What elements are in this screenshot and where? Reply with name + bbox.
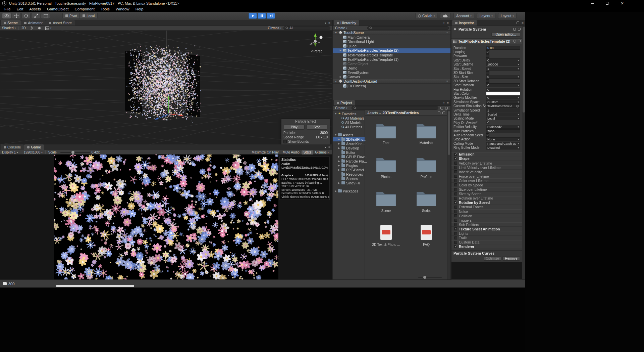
foldout-icon[interactable]: ▼ bbox=[334, 80, 337, 83]
gear-icon[interactable] bbox=[518, 28, 521, 31]
property-field[interactable]: 1▾ bbox=[486, 108, 520, 112]
module-checkbox[interactable] bbox=[454, 188, 457, 191]
checkbox[interactable] bbox=[486, 50, 489, 54]
create-dropdown[interactable]: Create▾ bbox=[333, 106, 350, 110]
module-checkbox[interactable] bbox=[454, 179, 457, 182]
project-tree-item[interactable]: ▶ ★ PPT-Particl... bbox=[333, 168, 365, 172]
property-field[interactable]: Disabled▾ bbox=[486, 146, 520, 149]
property-field[interactable]: Local▾ bbox=[486, 117, 520, 120]
view-tab[interactable]: Asset Store bbox=[46, 20, 75, 26]
hierarchy-item[interactable]: Directional Light ≡ bbox=[333, 39, 450, 44]
game-toolbar-button[interactable]: Mute Audio▾ bbox=[281, 150, 302, 155]
play-button[interactable] bbox=[249, 13, 257, 19]
module-checkbox[interactable] bbox=[454, 175, 457, 178]
game-toolbar-button[interactable]: Stats▾ bbox=[302, 150, 313, 155]
module-checkbox[interactable] bbox=[454, 214, 457, 217]
lock-icon[interactable] bbox=[517, 21, 519, 24]
hierarchy-item[interactable]: GameObject ≡ bbox=[333, 61, 450, 66]
module-row[interactable]: Size over Lifetime bbox=[451, 187, 522, 192]
module-row[interactable]: Sub Emitters bbox=[451, 222, 522, 227]
module-row[interactable]: Force over Lifetime bbox=[451, 174, 522, 178]
gear-icon[interactable] bbox=[445, 107, 448, 109]
property-field[interactable]: 0▾ bbox=[486, 96, 520, 99]
module-row[interactable]: External Forces bbox=[451, 205, 522, 209]
module-row[interactable]: Rotation over Lifetime bbox=[451, 196, 522, 201]
module-checkbox[interactable] bbox=[454, 236, 457, 239]
project-tree-item[interactable]: ▶ ★ Particle Pla... bbox=[333, 159, 365, 163]
hierarchy-search-input[interactable] bbox=[367, 26, 449, 30]
project-tree-item[interactable]: ▶ ★ Packages bbox=[333, 189, 365, 193]
property-field[interactable]: 0▾ bbox=[486, 88, 520, 91]
property-field[interactable]: Custom▾ bbox=[486, 100, 520, 104]
module-checkbox[interactable] bbox=[454, 210, 457, 213]
resolution-dropdown[interactable]: 1920x1080▾ bbox=[22, 150, 45, 155]
view-tab[interactable]: Animator bbox=[21, 20, 46, 26]
cloud-button[interactable] bbox=[440, 13, 451, 19]
project-tree-item[interactable]: ★ All Models bbox=[333, 120, 365, 125]
breadcrumb-item[interactable]: Assets bbox=[367, 111, 378, 115]
view-tab[interactable]: Scene bbox=[1, 20, 21, 26]
module-row[interactable]: Inherit Velocity bbox=[451, 170, 522, 174]
scene-search-input[interactable]: All bbox=[283, 26, 330, 30]
property-field[interactable]: 3000▾ bbox=[486, 129, 520, 133]
chevron-down-icon[interactable]: ▾ bbox=[325, 22, 326, 24]
module-row[interactable]: Velocity over Lifetime bbox=[451, 161, 522, 165]
module-row[interactable]: Triggers bbox=[451, 218, 522, 222]
favorites-star-icon[interactable] bbox=[440, 107, 443, 109]
property-field[interactable]: Pause and Catch-up▾ bbox=[486, 142, 520, 145]
project-tree-item[interactable]: ▶ ★ GPUP Flow... bbox=[333, 155, 365, 159]
module-checkbox[interactable] bbox=[454, 227, 457, 230]
chevron-down-icon[interactable]: ▾ bbox=[443, 22, 445, 24]
foldout-icon[interactable]: ▶ bbox=[334, 190, 337, 192]
scale-slider[interactable] bbox=[60, 152, 90, 153]
foldout-icon[interactable]: ▶ bbox=[338, 182, 340, 184]
scene-options-icon[interactable]: ≡ bbox=[446, 80, 448, 83]
foldout-icon[interactable]: ▶ bbox=[338, 147, 340, 149]
module-checkbox[interactable] bbox=[454, 197, 457, 200]
project-tree-item[interactable]: ▶ ★ AzureKine... bbox=[333, 141, 365, 146]
chevron-down-icon[interactable]: ▾ bbox=[443, 102, 445, 104]
module-row[interactable]: Collision bbox=[451, 214, 522, 218]
module-row[interactable]: Lights bbox=[451, 231, 522, 235]
inspector-scrollbar[interactable] bbox=[522, 26, 525, 279]
hierarchy-item[interactable]: ▶ TextPhotoParticlesTemplate (2) ≡ bbox=[333, 48, 450, 53]
rect-tool-button[interactable] bbox=[41, 13, 50, 19]
tab-inspector[interactable]: Inspector bbox=[452, 20, 477, 26]
hierarchy-item[interactable]: Main Camera ≡ bbox=[333, 35, 450, 39]
rotate-tool-button[interactable] bbox=[21, 13, 31, 19]
project-tree-item[interactable]: ★ All Materials bbox=[333, 116, 365, 120]
project-tree-item[interactable]: ▶ ★ 2DTextPho... bbox=[333, 137, 365, 141]
property-field[interactable]: Rigidbody▾ bbox=[486, 125, 520, 129]
color-swatch[interactable] bbox=[486, 92, 520, 95]
project-search-input[interactable] bbox=[352, 106, 438, 110]
scene-orientation-gizmo[interactable]: y <Persp bbox=[307, 33, 326, 53]
menu-item[interactable]: Tools bbox=[98, 7, 113, 12]
foldout-icon[interactable]: ▼ bbox=[334, 113, 337, 115]
asset-tile[interactable]: Font bbox=[369, 122, 404, 145]
module-checkbox[interactable] bbox=[454, 241, 457, 244]
menu-item[interactable]: Component bbox=[71, 7, 97, 12]
local-button[interactable]: Local bbox=[80, 13, 98, 19]
game-viewport[interactable]: Statistics Audio: Level: -74.8 dBClippin… bbox=[0, 155, 332, 279]
vertical-splitter[interactable] bbox=[332, 20, 333, 279]
close-button[interactable]: ✕ bbox=[618, 0, 627, 6]
module-checkbox[interactable] bbox=[454, 157, 457, 160]
menu-item[interactable]: File bbox=[1, 7, 14, 12]
foldout-icon[interactable]: ▼ bbox=[334, 32, 337, 34]
hierarchy-item[interactable]: Demo ≡ bbox=[333, 66, 450, 71]
module-row[interactable]: Limit Velocity over Lifetime bbox=[451, 165, 522, 170]
asset-tile[interactable]: 2D Text & Photo ... bbox=[369, 224, 404, 247]
pivot-button[interactable]: Pivot bbox=[62, 13, 80, 19]
game-toolbar-button[interactable]: Gizmos▾ bbox=[313, 150, 331, 155]
module-row[interactable]: Noise bbox=[451, 209, 522, 214]
project-tree-item[interactable]: ★ Editor bbox=[333, 150, 365, 155]
module-row[interactable]: Size by Speed bbox=[451, 192, 522, 196]
hierarchy-item[interactable]: ▶ Canvas ≡ bbox=[333, 75, 450, 79]
particle-effect-checkbox-row[interactable]: Show Bounds bbox=[283, 139, 328, 144]
module-checkbox[interactable] bbox=[454, 245, 457, 248]
particle-stop-button[interactable]: Stop bbox=[307, 125, 327, 130]
audio-toggle[interactable] bbox=[36, 26, 43, 30]
foldout-icon[interactable]: ▼ bbox=[334, 134, 337, 136]
preset-icon[interactable] bbox=[518, 40, 521, 42]
module-checkbox[interactable] bbox=[454, 232, 457, 235]
